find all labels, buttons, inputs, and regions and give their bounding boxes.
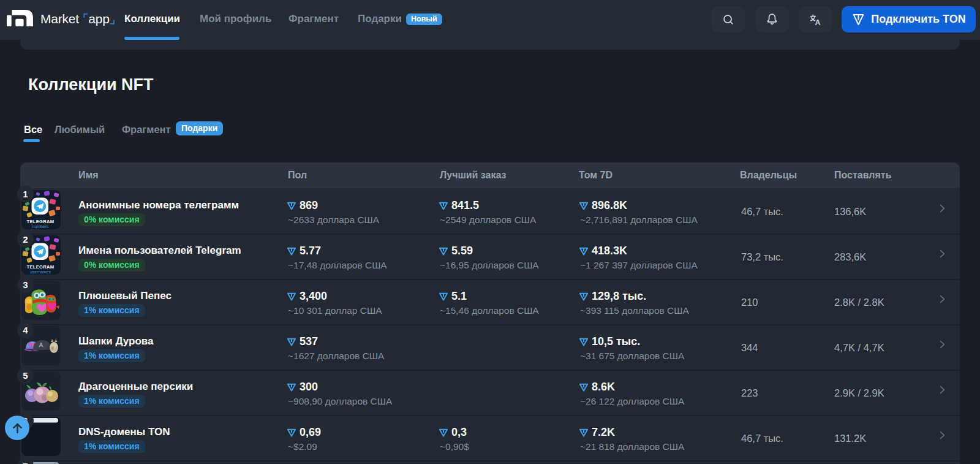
svg-text:usernames: usernames xyxy=(30,270,51,274)
svg-text:TELEGRAM: TELEGRAM xyxy=(26,219,54,224)
svg-text:TELEGRAM: TELEGRAM xyxy=(26,264,54,270)
svg-text:A: A xyxy=(815,18,820,27)
svg-text:numbers: numbers xyxy=(32,224,49,229)
